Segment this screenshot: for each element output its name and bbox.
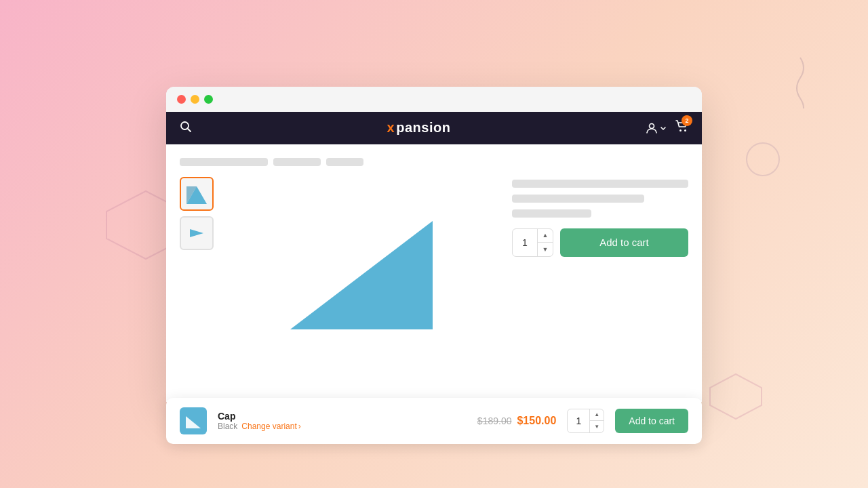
sticky-quantity-increase[interactable]: ▲	[590, 409, 604, 422]
breadcrumb-skel-3	[326, 158, 363, 166]
minimize-button[interactable]	[191, 95, 199, 104]
sticky-quantity-decrease[interactable]: ▼	[590, 421, 604, 432]
sticky-variant-row: Black Change variant ›	[218, 422, 467, 431]
sticky-product-thumb	[180, 407, 207, 434]
close-button[interactable]	[177, 95, 186, 104]
sticky-bar: Cap Black Change variant › $189.00 $150.…	[166, 398, 702, 444]
product-price-skel	[512, 209, 591, 218]
sticky-product-name: Cap	[218, 411, 467, 422]
sticky-variant-label: Black	[218, 422, 237, 431]
quantity-stepper[interactable]: 1 ▲ ▼	[512, 228, 553, 257]
image-section	[180, 177, 496, 346]
change-variant-link[interactable]: Change variant ›	[241, 422, 300, 431]
sticky-prices: $189.00 $150.00	[477, 415, 556, 427]
page-content: 1 ▲ ▼ Add to cart	[166, 144, 702, 402]
sticky-quantity-arrows: ▲ ▼	[589, 409, 604, 432]
svg-marker-9	[190, 229, 203, 237]
title-bar	[166, 87, 702, 112]
quantity-increase[interactable]: ▲	[538, 229, 553, 243]
traffic-lights	[177, 95, 213, 104]
maximize-button[interactable]	[204, 95, 213, 104]
bg-zigzag-decoration	[787, 54, 814, 108]
cart-button[interactable]: 2	[675, 119, 688, 136]
account-button[interactable]	[646, 122, 667, 134]
quantity-value: 1	[513, 237, 537, 248]
thumbnail-list	[180, 177, 214, 346]
thumbnail-2[interactable]	[180, 216, 214, 250]
svg-marker-11	[186, 416, 201, 428]
sticky-product-info: Cap Black Change variant ›	[218, 411, 467, 431]
cart-badge: 2	[682, 115, 692, 126]
svg-marker-1	[710, 374, 762, 419]
browser-window: xpansion 2	[166, 87, 702, 402]
svg-line-3	[188, 128, 191, 131]
site-logo: xpansion	[387, 120, 451, 136]
breadcrumb	[180, 158, 688, 166]
quantity-arrows: ▲ ▼	[537, 229, 553, 256]
thumbnail-1[interactable]	[180, 177, 214, 211]
svg-point-6	[684, 129, 686, 131]
quantity-decrease[interactable]: ▼	[538, 243, 553, 256]
sticky-original-price: $189.00	[477, 415, 512, 426]
sticky-sale-price: $150.00	[517, 415, 556, 427]
product-title-skel	[512, 180, 688, 188]
svg-marker-10	[290, 221, 433, 329]
bg-hexagon-sm-decoration	[709, 373, 763, 420]
change-variant-text: Change variant	[241, 422, 296, 431]
navbar: xpansion 2	[166, 112, 702, 144]
logo-x: x	[387, 120, 395, 136]
product-desc-skel	[512, 195, 644, 203]
product-info: 1 ▲ ▼ Add to cart	[512, 177, 688, 346]
breadcrumb-skel-1	[180, 158, 268, 166]
breadcrumb-skel-2	[273, 158, 321, 166]
navbar-actions: 2	[646, 119, 688, 136]
add-to-cart-button[interactable]: Add to cart	[560, 228, 688, 257]
sticky-quantity-value: 1	[568, 415, 589, 426]
search-icon[interactable]	[180, 121, 192, 136]
svg-point-4	[649, 123, 654, 128]
sticky-quantity-stepper[interactable]: 1 ▲ ▼	[567, 409, 604, 433]
main-product-image	[220, 177, 496, 346]
product-layout: 1 ▲ ▼ Add to cart	[180, 177, 688, 346]
logo-text: pansion	[396, 120, 450, 136]
quantity-row: 1 ▲ ▼ Add to cart	[512, 228, 688, 257]
svg-point-5	[679, 129, 682, 131]
sticky-add-to-cart-button[interactable]: Add to cart	[615, 409, 688, 433]
chevron-right-icon: ›	[298, 422, 301, 431]
bg-circle-decoration	[746, 142, 780, 176]
